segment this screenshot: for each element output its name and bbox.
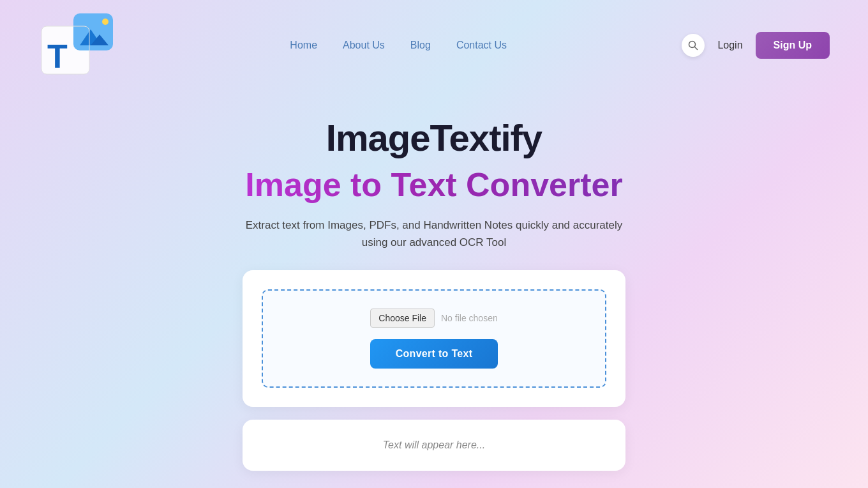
upload-card: Choose File No file chosen Convert to Te… — [243, 270, 625, 407]
logo-icon: T — [38, 10, 115, 80]
svg-text:T: T — [47, 38, 68, 75]
upload-zone: Choose File No file chosen Convert to Te… — [262, 289, 606, 388]
hero-description: Extract text from Images, PDFs, and Hand… — [236, 217, 632, 251]
nav-links: Home About Us Blog Contact Us — [290, 40, 507, 51]
logo-area: T — [38, 10, 115, 80]
svg-point-5 — [102, 19, 108, 25]
svg-line-8 — [695, 47, 698, 50]
output-placeholder: Text will appear here... — [383, 439, 485, 451]
output-card: Text will appear here... — [243, 420, 625, 471]
search-icon — [688, 40, 698, 50]
file-input-row: Choose File No file chosen — [370, 309, 497, 328]
nav-actions: Login Sign Up — [682, 32, 830, 59]
hero-section: ImageTextify Image to Text Converter Ext… — [0, 91, 868, 488]
search-button[interactable] — [682, 34, 705, 57]
choose-file-button[interactable]: Choose File — [370, 309, 435, 328]
signup-button[interactable]: Sign Up — [756, 32, 830, 59]
nav-link-home[interactable]: Home — [290, 40, 317, 51]
no-file-label: No file chosen — [441, 313, 498, 323]
login-link[interactable]: Login — [717, 40, 742, 51]
nav-link-blog[interactable]: Blog — [410, 40, 431, 51]
convert-button[interactable]: Convert to Text — [370, 339, 498, 369]
hero-title: ImageTextify — [13, 116, 855, 159]
nav-link-about[interactable]: About Us — [343, 40, 385, 51]
nav-link-contact[interactable]: Contact Us — [456, 40, 507, 51]
hero-subtitle: Image to Text Converter — [13, 165, 855, 204]
navbar: T Home About Us Blog Contact Us — [0, 0, 868, 91]
